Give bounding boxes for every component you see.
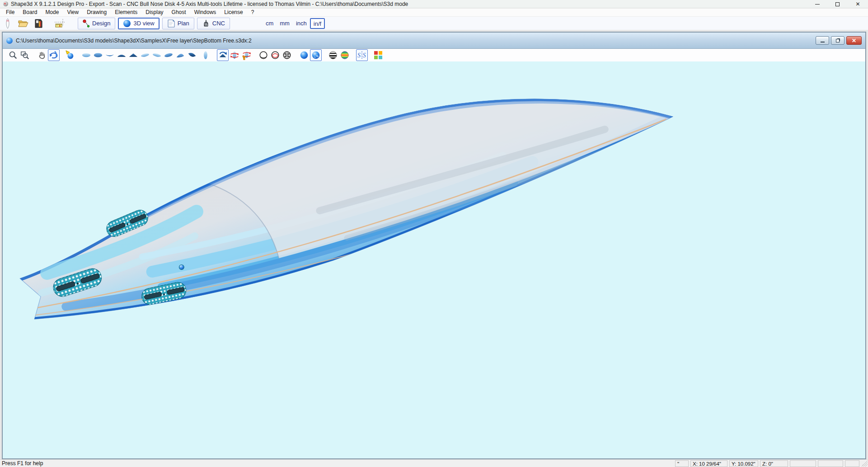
tool-render-solid[interactable] bbox=[298, 49, 310, 61]
doc-minimize-icon bbox=[821, 42, 825, 42]
menu-help[interactable]: ? bbox=[247, 9, 258, 16]
save-icon bbox=[34, 19, 43, 28]
main-toolbar: Design 3D view Plan CNC cm mm inch in/f bbox=[0, 16, 868, 30]
document-title: C:\Users\thoma\Documents\S3d models\Shap… bbox=[16, 38, 252, 44]
window-title: Shape3d X 9.1.2.1 Design Pro - Export - … bbox=[11, 1, 408, 7]
tool-view-perspective-2[interactable] bbox=[151, 49, 163, 61]
maximize-icon bbox=[835, 2, 840, 6]
colors-icon bbox=[374, 51, 383, 60]
tool-spin-horizontal[interactable] bbox=[229, 49, 240, 61]
tool-rotation-view[interactable] bbox=[217, 49, 229, 61]
doc-close-icon: ✕ bbox=[852, 38, 856, 44]
view-perspective-4-icon bbox=[175, 50, 186, 60]
tool-light[interactable] bbox=[64, 49, 76, 61]
doc-minimize-button[interactable] bbox=[816, 36, 829, 45]
doc-close-button[interactable]: ✕ bbox=[846, 36, 862, 45]
design-view-button[interactable]: Design bbox=[78, 18, 115, 29]
status-empty-cell bbox=[818, 460, 843, 467]
tool-zoom[interactable] bbox=[7, 49, 19, 61]
tool-view-bottom[interactable] bbox=[92, 49, 104, 61]
unit-inch[interactable]: inch bbox=[293, 18, 310, 29]
tool-spin-vertical[interactable] bbox=[240, 49, 252, 61]
cnc-icon bbox=[202, 19, 210, 28]
tool-render-textured[interactable] bbox=[310, 49, 322, 61]
tool-view-back[interactable] bbox=[127, 49, 139, 61]
menu-license[interactable]: License bbox=[220, 9, 247, 16]
tool-view-perspective-3[interactable] bbox=[163, 49, 174, 61]
view-perspective-3-icon bbox=[163, 50, 174, 60]
tool-render-wireframe[interactable] bbox=[281, 49, 293, 61]
spin-horizontal-icon bbox=[229, 50, 240, 60]
menu-windows[interactable]: Windows bbox=[190, 9, 221, 16]
menu-ghost[interactable]: Ghost bbox=[168, 9, 190, 16]
unit-in-f[interactable]: in/f bbox=[310, 18, 325, 29]
design-label: Design bbox=[92, 20, 110, 27]
view-perspective-1-icon bbox=[140, 50, 150, 60]
zoom-icon bbox=[8, 50, 18, 60]
menu-board[interactable]: Board bbox=[19, 9, 41, 16]
tool-view-profile[interactable] bbox=[104, 49, 116, 61]
svg-text:S: S bbox=[363, 52, 366, 59]
close-icon: ✕ bbox=[855, 1, 860, 7]
tool-view-top[interactable] bbox=[80, 49, 92, 61]
tool-render-outline[interactable] bbox=[258, 49, 269, 61]
open-folder-icon bbox=[18, 19, 28, 28]
view-front-icon bbox=[116, 50, 127, 60]
menu-file[interactable]: File bbox=[2, 9, 19, 16]
tool-render-curvature[interactable] bbox=[339, 49, 351, 61]
tool-pan[interactable] bbox=[36, 49, 48, 61]
tool-view-outline-front[interactable] bbox=[200, 49, 211, 61]
menu-view[interactable]: View bbox=[63, 9, 83, 16]
maximize-button[interactable] bbox=[827, 0, 848, 8]
render-solid-icon bbox=[299, 50, 309, 60]
tool-view-perspective-1[interactable] bbox=[139, 49, 151, 61]
status-unit-cell: " bbox=[675, 460, 689, 467]
view-top-icon bbox=[81, 50, 92, 60]
render-outline-icon bbox=[258, 50, 268, 60]
tool-compare-sides[interactable]: S S bbox=[356, 49, 368, 61]
document-window: C:\Users\thoma\Documents\S3d models\Shap… bbox=[2, 32, 866, 459]
tool-view-perspective-5[interactable] bbox=[186, 49, 198, 61]
tool-render-zebra[interactable] bbox=[327, 49, 339, 61]
3d-view-label: 3D view bbox=[133, 20, 154, 27]
menu-bar: File Board Mode View Drawing Elements Di… bbox=[0, 9, 868, 16]
save-button[interactable] bbox=[33, 18, 44, 29]
design-icon bbox=[83, 19, 90, 28]
tool-view-perspective-4[interactable] bbox=[174, 49, 186, 61]
doc-restore-button[interactable] bbox=[831, 36, 845, 45]
plan-label: Plan bbox=[178, 20, 189, 27]
menu-elements[interactable]: Elements bbox=[111, 9, 141, 16]
3d-viewport[interactable] bbox=[3, 61, 865, 458]
status-empty-cell bbox=[790, 460, 816, 467]
tool-rotate-3d[interactable] bbox=[48, 49, 60, 61]
render-wireframe-icon bbox=[282, 50, 292, 60]
menu-display[interactable]: Display bbox=[141, 9, 167, 16]
open-button[interactable] bbox=[17, 18, 29, 29]
new-board-button[interactable] bbox=[2, 18, 14, 29]
render-textured-icon bbox=[311, 50, 321, 60]
cnc-button[interactable]: CNC bbox=[197, 18, 230, 29]
tool-zoom-window[interactable] bbox=[19, 49, 31, 61]
document-icon bbox=[6, 38, 13, 44]
tool-view-front[interactable] bbox=[116, 49, 127, 61]
tool-colors[interactable] bbox=[372, 49, 384, 61]
unit-mm[interactable]: mm bbox=[277, 18, 293, 29]
menu-mode[interactable]: Mode bbox=[41, 9, 63, 16]
minimize-button[interactable] bbox=[807, 0, 827, 8]
tool-render-outline-red[interactable] bbox=[269, 49, 281, 61]
measure-button[interactable] bbox=[54, 18, 66, 29]
surfboard-3d-render bbox=[3, 61, 865, 458]
plan-view-button[interactable]: Plan bbox=[162, 18, 194, 29]
status-x-coordinate: X: 10 29/64" bbox=[690, 460, 727, 467]
menu-drawing[interactable]: Drawing bbox=[83, 9, 111, 16]
close-button[interactable]: ✕ bbox=[848, 0, 868, 8]
resize-grip[interactable] bbox=[861, 460, 868, 467]
ruler-icon bbox=[54, 19, 66, 28]
minimize-icon bbox=[815, 4, 820, 5]
viewer-toolbar: S S bbox=[3, 49, 865, 61]
rotate-3d-icon bbox=[49, 50, 59, 60]
zoom-window-icon bbox=[20, 50, 30, 60]
surfboard-icon bbox=[3, 18, 12, 29]
3d-view-button[interactable]: 3D view bbox=[118, 18, 159, 29]
unit-cm[interactable]: cm bbox=[263, 18, 277, 29]
